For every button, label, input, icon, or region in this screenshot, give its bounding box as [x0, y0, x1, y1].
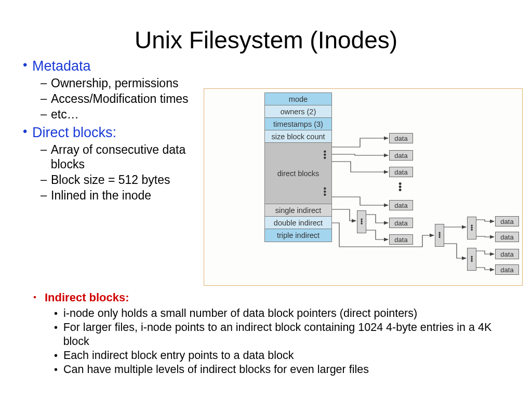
inode-row-owners: owners (2) — [265, 105, 331, 118]
slide-title: Unix Filesystem (Inodes) — [0, 0, 532, 57]
data-block: data — [389, 234, 413, 245]
indirect-item: Can have multiple levels of indirect blo… — [63, 363, 369, 377]
direct-item: Array of consecutive data blocks — [51, 142, 220, 171]
data-block: data — [389, 218, 413, 228]
inode-row-mode: mode — [265, 93, 331, 105]
data-block: data — [389, 150, 413, 161]
metadata-item: Ownership, permissions — [51, 76, 178, 90]
inode-row-direct: direct blocks ••• ••• — [265, 143, 331, 204]
heading-direct: Direct blocks: — [32, 124, 116, 141]
inode-row-size: size block count — [265, 130, 331, 143]
inode-row-double-indirect: double indirect — [265, 217, 331, 229]
bullet-icon: • — [23, 57, 32, 73]
bullet-icon: • — [54, 363, 63, 377]
vdots-icon: ••• — [323, 187, 326, 196]
section-indirect: ▪ Indirect blocks: •i-node only holds a … — [33, 291, 511, 377]
vdots-icon: ••• — [323, 150, 326, 159]
left-column: • Metadata –Ownership, permissions –Acce… — [23, 57, 220, 205]
indirect-item: i-node only holds a small number of data… — [63, 307, 417, 321]
pointer-block: ••• — [467, 248, 476, 271]
data-block: data — [389, 200, 413, 210]
dash-icon: – — [41, 76, 51, 90]
indirect-item: Each indirect block entry points to a da… — [63, 349, 294, 363]
vdots-icon: ••• — [398, 182, 402, 192]
inode-diagram: mode owners (2) timestamps (3) size bloc… — [204, 88, 523, 286]
metadata-item: etc… — [51, 107, 79, 122]
section-direct: • Direct blocks: –Array of consecutive d… — [23, 124, 220, 203]
bullet-icon: • — [54, 307, 63, 321]
inode-row-triple-indirect: triple indirect — [265, 229, 331, 242]
dash-icon: – — [41, 172, 51, 187]
data-block: data — [389, 167, 413, 177]
section-metadata: • Metadata –Ownership, permissions –Acce… — [23, 57, 220, 122]
inode-row-single-indirect: single indirect — [265, 204, 331, 217]
bullet-icon: • — [54, 349, 63, 363]
square-bullet-icon: ▪ — [33, 291, 45, 303]
pointer-block: ••• — [467, 217, 476, 240]
data-block: data — [495, 216, 519, 227]
bullet-icon: • — [23, 124, 32, 139]
data-block: data — [389, 133, 413, 143]
bullet-icon: • — [54, 321, 63, 335]
pointer-block: ••• — [435, 224, 444, 247]
data-block: data — [495, 232, 519, 242]
data-block: data — [495, 264, 519, 275]
pointer-block: ••• — [357, 210, 366, 233]
inode-row-timestamps: timestamps (3) — [265, 118, 331, 130]
dash-icon: – — [41, 91, 51, 106]
heading-metadata: Metadata — [32, 57, 91, 75]
indirect-item: For larger files, i-node points to an in… — [63, 321, 511, 349]
dash-icon: – — [41, 188, 51, 203]
direct-item: Inlined in the inode — [51, 188, 151, 203]
heading-indirect: Indirect blocks: — [45, 291, 129, 304]
direct-item: Block size = 512 bytes — [51, 172, 170, 187]
metadata-item: Access/Modification times — [51, 91, 189, 106]
inode-structure: mode owners (2) timestamps (3) size bloc… — [264, 92, 332, 242]
dash-icon: – — [41, 107, 51, 122]
dash-icon: – — [41, 142, 51, 157]
data-block: data — [495, 249, 519, 259]
